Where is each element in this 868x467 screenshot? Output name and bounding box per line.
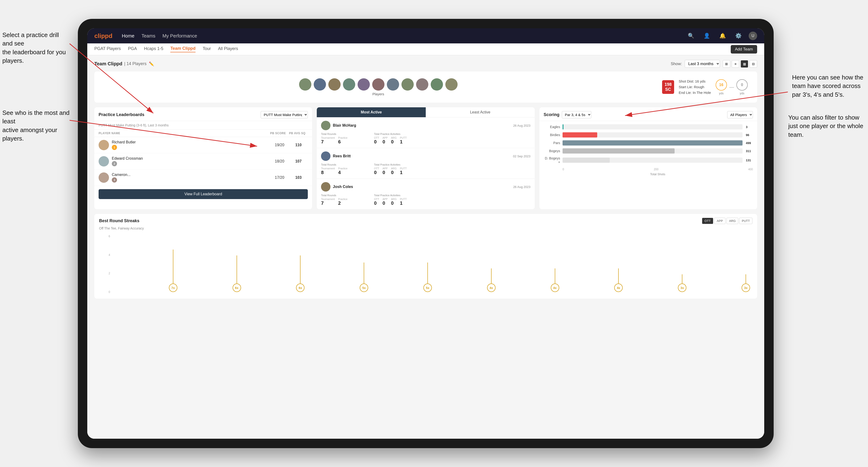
player-avatar-2[interactable] bbox=[314, 78, 326, 91]
lb-player-3[interactable]: Cameron... 3 bbox=[99, 173, 270, 183]
lb-score-3: 17/20 bbox=[270, 176, 289, 180]
streak-dot[interactable]: 5x bbox=[360, 283, 368, 292]
arg-button[interactable]: ARG bbox=[726, 218, 738, 224]
scoring-players-select[interactable]: All Players bbox=[727, 111, 753, 118]
nav-home[interactable]: Home bbox=[122, 33, 134, 39]
lb-player-1[interactable]: Richard Butler 1 bbox=[99, 140, 270, 150]
lb-avatar-3 bbox=[99, 173, 109, 183]
pa-header-2: Rees Britt 02 Sep 2023 bbox=[321, 151, 530, 161]
show-select[interactable]: Last 3 months bbox=[685, 60, 720, 68]
detail-view-icon[interactable]: ⊟ bbox=[750, 60, 757, 68]
app-button[interactable]: APP bbox=[714, 218, 725, 224]
player-avatar-6[interactable] bbox=[372, 78, 384, 91]
subnav-pgat[interactable]: PGAT Players bbox=[94, 46, 121, 52]
subnav-tour[interactable]: Tour bbox=[203, 46, 211, 52]
player-avatar-10[interactable] bbox=[431, 78, 443, 91]
activity-tabs: Most Active Least Active bbox=[317, 107, 534, 118]
most-active-tab[interactable]: Most Active bbox=[317, 107, 426, 117]
settings-icon[interactable]: ⚙️ bbox=[735, 33, 742, 39]
streak-dot-col: 6x bbox=[243, 255, 305, 295]
pa-date-3: 26 Aug 2023 bbox=[513, 185, 530, 189]
streaks-card: Best Round Streaks OTT APP ARG PUTT Off … bbox=[94, 214, 757, 299]
pa-stats-1: Total Rounds Tournament 7 Practice 6 bbox=[321, 132, 530, 145]
streak-line bbox=[427, 262, 428, 283]
streak-dot[interactable]: 6x bbox=[296, 283, 305, 292]
add-team-button[interactable]: Add Team bbox=[731, 45, 757, 54]
streak-dot[interactable]: 3x bbox=[742, 283, 750, 292]
scoring-filter-select[interactable]: Par 3, 4 & 5s bbox=[562, 111, 591, 118]
player-avatar-1[interactable] bbox=[299, 78, 311, 91]
show-label: Show: bbox=[671, 62, 682, 66]
bar-label: Pars bbox=[544, 141, 560, 145]
streak-yaxis: 6 4 2 0 bbox=[99, 234, 112, 295]
practice-drill-select[interactable]: PUTT Must Make Putting... bbox=[261, 111, 308, 118]
annotation-bottom-right: You can also filter to showjust one play… bbox=[788, 113, 863, 139]
streak-dot[interactable]: 4x bbox=[487, 283, 496, 292]
streak-dot[interactable]: 6x bbox=[232, 283, 241, 292]
ott-button[interactable]: OTT bbox=[702, 218, 713, 224]
least-active-tab[interactable]: Least Active bbox=[426, 107, 535, 117]
search-icon[interactable]: 🔍 bbox=[688, 33, 694, 39]
shot-card: 198 SC Shot Dist: 16 yds Start Lie: Roug… bbox=[657, 75, 752, 99]
streak-dot-col: 4x bbox=[497, 269, 559, 295]
player-avatar-7[interactable] bbox=[387, 78, 399, 91]
team-header: Team Clippd | 14 Players ✏️ Show: Last 3… bbox=[94, 60, 757, 68]
pa-name-2: Rees Britt bbox=[333, 154, 511, 158]
nav-my-performance[interactable]: My Performance bbox=[162, 33, 197, 39]
streak-dot-wrapper: 4x bbox=[614, 269, 623, 292]
shot-circle-2-label: yds bbox=[740, 92, 744, 95]
bar-label: Birdies bbox=[544, 133, 560, 137]
streak-dot-wrapper: 5x bbox=[423, 262, 432, 292]
bar-value: 3 bbox=[746, 125, 753, 129]
player-avatar-5[interactable] bbox=[358, 78, 370, 91]
streak-dot[interactable]: 4x bbox=[614, 283, 623, 292]
player-avatar-11[interactable] bbox=[445, 78, 458, 91]
streak-dot[interactable]: 5x bbox=[423, 283, 432, 292]
subnav-pga[interactable]: PGA bbox=[128, 46, 137, 52]
bar-fill bbox=[563, 158, 610, 163]
avatar[interactable]: U bbox=[749, 32, 757, 40]
lb-avatar-2 bbox=[99, 156, 109, 166]
streak-dot-wrapper: 5x bbox=[360, 262, 368, 292]
edit-icon[interactable]: ✏️ bbox=[149, 61, 154, 66]
view-full-leaderboard-button[interactable]: View Full Leaderboard bbox=[99, 189, 308, 199]
shot-details: Shot Dist: 16 yds Start Lie: Rough End L… bbox=[679, 79, 711, 96]
chart-x-title: Total Shots bbox=[544, 173, 753, 176]
people-icon[interactable]: 👤 bbox=[704, 33, 710, 39]
player-avatar-4[interactable] bbox=[343, 78, 355, 91]
bell-icon[interactable]: 🔔 bbox=[719, 33, 726, 39]
streak-line bbox=[491, 269, 492, 283]
lb-player-2[interactable]: Edward Crossman 2 bbox=[99, 156, 270, 166]
card-view-icon[interactable]: ▦ bbox=[741, 60, 748, 68]
bar-label: Bogeys bbox=[544, 149, 560, 153]
subnav-hcaps[interactable]: Hcaps 1-5 bbox=[144, 46, 163, 52]
nav-teams[interactable]: Teams bbox=[142, 33, 155, 39]
putt-button[interactable]: PUTT bbox=[739, 218, 752, 224]
streak-dot[interactable]: 7x bbox=[169, 283, 177, 292]
streak-line bbox=[300, 255, 301, 283]
pa-practice-activities-group-2: Total Practice Activities OTT 0 APP 0 bbox=[374, 163, 425, 175]
leaderboard-row-1: Richard Butler 1 19/20 110 bbox=[94, 137, 312, 153]
lb-score-1: 19/20 bbox=[270, 143, 289, 147]
lb-avg-1: 110 bbox=[289, 143, 308, 147]
streak-line bbox=[173, 250, 173, 283]
grid-view-icon[interactable]: ⊞ bbox=[723, 60, 730, 68]
lb-avg-3: 103 bbox=[289, 176, 308, 180]
player-avatar-9[interactable] bbox=[416, 78, 428, 91]
list-view-icon[interactable]: ≡ bbox=[732, 60, 739, 68]
bar-fill bbox=[563, 132, 597, 137]
shot-badge: 198 SC bbox=[662, 80, 674, 94]
subnav-team-clippd[interactable]: Team Clippd bbox=[170, 46, 195, 52]
three-col-section: Practice Leaderboards PUTT Must Make Put… bbox=[94, 107, 757, 209]
streak-dot[interactable]: 3x bbox=[678, 283, 686, 292]
subnav-all-players[interactable]: All Players bbox=[218, 46, 238, 52]
player-avatar-3[interactable] bbox=[328, 78, 341, 91]
practice-leaderboard-subtitle: PUTT Must Make Putting (3-6 ft), Last 3 … bbox=[94, 121, 312, 130]
leaderboard-table-header: PLAYER NAME PB SCORE PB AVG SQ bbox=[94, 130, 312, 137]
pa-header-1: Blair McHarg 26 Aug 2023 bbox=[321, 121, 530, 130]
player-avatar-8[interactable] bbox=[401, 78, 414, 91]
players-row: Players 198 SC Shot Dist: 16 yds Start L… bbox=[94, 71, 757, 102]
bar-track bbox=[563, 140, 743, 146]
streak-dot[interactable]: 4x bbox=[551, 283, 559, 292]
streak-line bbox=[746, 274, 746, 283]
